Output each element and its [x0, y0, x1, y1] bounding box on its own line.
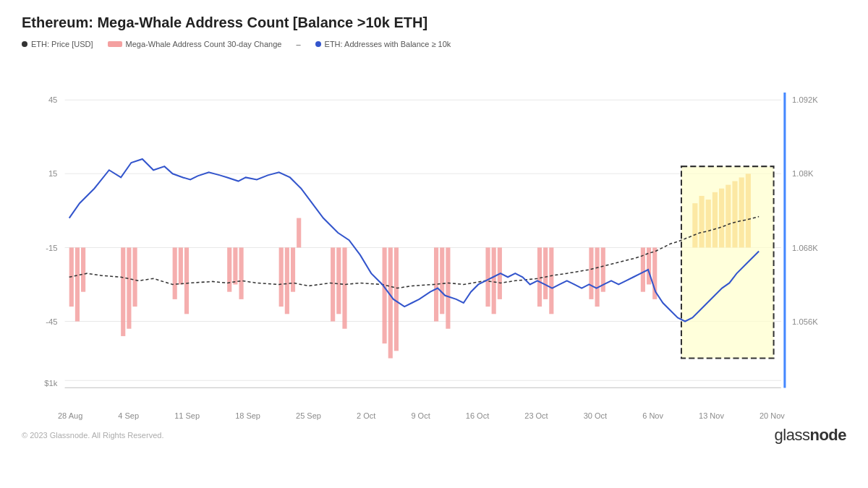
svg-rect-49: [641, 247, 645, 291]
chart-svg: 45 15 -15 -45 $1k 1.092K 1.08K 1.068K 1.…: [22, 56, 846, 410]
svg-rect-31: [331, 247, 335, 321]
svg-rect-30: [297, 218, 301, 248]
svg-rect-17: [81, 247, 85, 291]
svg-rect-61: [681, 166, 774, 358]
svg-rect-32: [336, 247, 341, 314]
legend-eth-addresses: ETH: Addresses with Balance ≥ 10k: [315, 40, 451, 48]
chart-title: Ethereum: Mega-Whale Address Count [Bala…: [22, 14, 846, 31]
svg-text:45: 45: [48, 95, 57, 104]
x-label-aug28: 28 Aug: [58, 411, 82, 420]
svg-rect-45: [549, 247, 553, 314]
eth-price-label: ETH: Price [USD]: [31, 40, 93, 48]
eth-addresses-label: ETH: Addresses with Balance ≥ 10k: [325, 40, 451, 48]
glassnode-logo: glassnode: [775, 426, 846, 445]
x-label-sep4: 4 Sep: [118, 411, 139, 420]
x-label-nov13: 13 Nov: [699, 411, 724, 420]
svg-rect-27: [279, 247, 284, 307]
svg-rect-29: [291, 247, 295, 291]
svg-rect-18: [121, 247, 125, 336]
x-label-sep25: 25 Sep: [296, 411, 321, 420]
x-label-oct16: 16 Oct: [466, 411, 489, 420]
eth-price-icon: [22, 41, 27, 47]
mega-whale-icon: [108, 41, 122, 47]
svg-text:1.056K: 1.056K: [792, 317, 818, 326]
svg-text:-15: -15: [46, 244, 57, 252]
copyright-text: © 2023 Glassnode. All Rights Reserved.: [22, 431, 163, 440]
svg-rect-40: [485, 247, 490, 307]
eth-addresses-icon: [315, 41, 321, 47]
separator-label: –: [296, 40, 300, 48]
svg-rect-50: [647, 247, 651, 284]
svg-rect-44: [543, 247, 548, 299]
legend-separator: –: [296, 40, 300, 48]
svg-rect-20: [133, 247, 137, 307]
svg-rect-47: [595, 247, 600, 307]
svg-text:-45: -45: [46, 317, 57, 326]
x-label-oct9: 9 Oct: [411, 411, 430, 420]
chart-footer: © 2023 Glassnode. All Rights Reserved. g…: [22, 426, 846, 445]
svg-rect-46: [589, 247, 593, 299]
svg-rect-22: [179, 247, 183, 284]
svg-rect-21: [173, 247, 177, 299]
svg-rect-16: [75, 247, 80, 321]
x-label-oct23: 23 Oct: [524, 411, 548, 420]
mega-whale-label: Mega-Whale Address Count 30-day Change: [126, 40, 282, 48]
svg-rect-35: [388, 247, 393, 358]
x-axis-labels: 28 Aug 4 Sep 11 Sep 18 Sep 25 Sep 2 Oct …: [22, 411, 846, 420]
svg-rect-38: [440, 247, 444, 314]
x-label-oct30: 30 Oct: [584, 411, 607, 420]
legend-eth-price: ETH: Price [USD]: [22, 40, 93, 48]
pink-bars: [69, 174, 751, 358]
svg-text:1.092K: 1.092K: [792, 95, 818, 104]
x-label-sep11: 11 Sep: [174, 411, 200, 420]
svg-rect-24: [227, 247, 231, 291]
svg-rect-19: [127, 247, 131, 328]
svg-rect-39: [446, 247, 450, 328]
x-label-nov6: 6 Nov: [642, 411, 663, 420]
chart-container: Ethereum: Mega-Whale Address Count [Bala…: [0, 0, 868, 488]
svg-rect-23: [184, 247, 189, 314]
svg-rect-34: [383, 247, 387, 343]
svg-rect-33: [342, 247, 346, 328]
x-label-oct2: 2 Oct: [357, 411, 375, 420]
chart-legend: ETH: Price [USD] Mega-Whale Address Coun…: [22, 40, 846, 48]
svg-rect-41: [492, 247, 496, 314]
svg-text:1.08K: 1.08K: [792, 169, 814, 178]
x-label-sep18: 18 Sep: [235, 411, 260, 420]
x-label-nov20: 20 Nov: [760, 411, 785, 420]
svg-text:$1k: $1k: [44, 379, 57, 388]
svg-rect-28: [285, 247, 289, 314]
svg-text:15: 15: [48, 169, 57, 178]
svg-rect-43: [537, 247, 542, 307]
legend-mega-whale: Mega-Whale Address Count 30-day Change: [108, 40, 282, 48]
svg-rect-36: [394, 247, 399, 351]
svg-text:1.068K: 1.068K: [792, 244, 818, 252]
svg-rect-25: [233, 247, 237, 284]
svg-rect-26: [239, 247, 244, 299]
chart-area: 45 15 -15 -45 $1k 1.092K 1.08K 1.068K 1.…: [22, 56, 846, 410]
